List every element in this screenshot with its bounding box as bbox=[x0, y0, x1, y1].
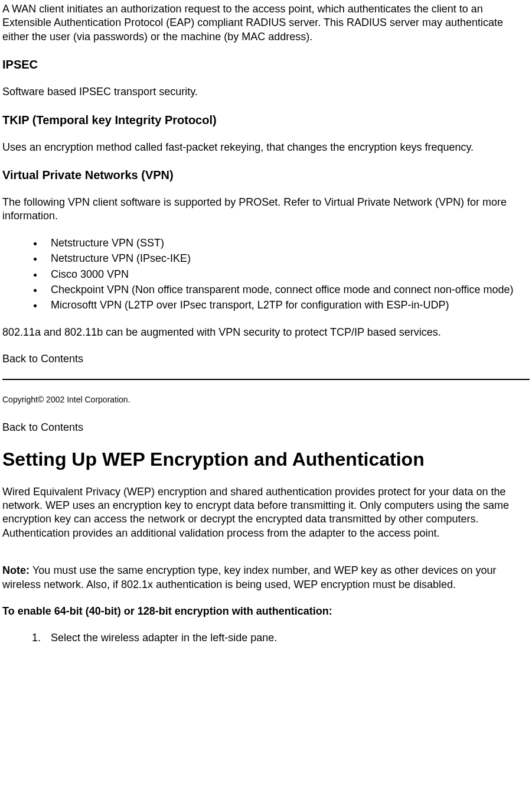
ipsec-heading: IPSEC bbox=[2, 57, 530, 72]
separator bbox=[2, 379, 530, 380]
list-item: Microsoftt VPN (L2TP over IPsec transpor… bbox=[44, 298, 530, 312]
wep-intro-paragraph: Wired Equivalent Privacy (WEP) encryptio… bbox=[2, 485, 530, 541]
wep-title: Setting Up WEP Encryption and Authentica… bbox=[2, 447, 530, 472]
vpn-outro: 802.11a and 802.11b can be augmented wit… bbox=[2, 326, 530, 339]
list-item: Netstructure VPN (SST) bbox=[44, 236, 530, 250]
note-body: You must use the same encryption type, k… bbox=[2, 564, 496, 590]
note-label: Note: bbox=[2, 564, 32, 576]
vpn-intro: The following VPN client software is sup… bbox=[2, 196, 530, 223]
vpn-list: Netstructure VPN (SST) Netstructure VPN … bbox=[2, 236, 530, 313]
intro-paragraph: A WAN client initiates an authorization … bbox=[2, 2, 530, 44]
back-to-contents-link[interactable]: Back to Contents bbox=[2, 352, 530, 366]
copyright: Copyright© 2002 Intel Corporation. bbox=[2, 394, 530, 405]
list-item: Netstructure VPN (IPsec-IKE) bbox=[44, 252, 530, 265]
list-item: Checkpoint VPN (Non office transparent m… bbox=[44, 283, 530, 297]
vpn-heading: Virtual Private Networks (VPN) bbox=[2, 167, 530, 183]
wep-note: Note: You must use the same encryption t… bbox=[2, 564, 530, 592]
list-item: Select the wireless adapter in the left-… bbox=[44, 631, 530, 645]
tkip-heading: TKIP (Temporal key Integrity Protocol) bbox=[2, 112, 530, 128]
ipsec-body: Software based IPSEC transport security. bbox=[2, 85, 530, 99]
enable-steps: Select the wireless adapter in the left-… bbox=[2, 631, 530, 645]
enable-heading: To enable 64-bit (40-bit) or 128-bit enc… bbox=[2, 605, 530, 618]
back-to-contents-link[interactable]: Back to Contents bbox=[2, 421, 530, 434]
list-item: Cisco 3000 VPN bbox=[44, 268, 530, 281]
tkip-body: Uses an encryption method called fast-pa… bbox=[2, 141, 530, 154]
